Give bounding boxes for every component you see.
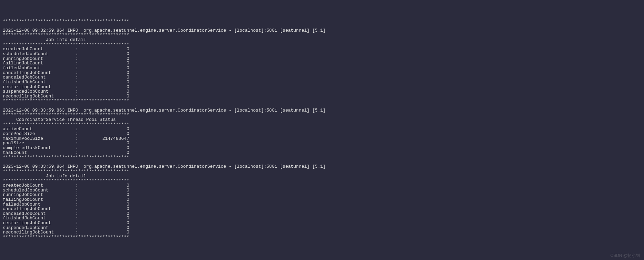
star-line: ****************************************…: [3, 235, 129, 240]
star-line: ****************************************…: [3, 155, 129, 160]
star-line: ****************************************…: [3, 19, 129, 24]
watermark-text: CSDN @韧小钊: [610, 253, 640, 258]
terminal-output: ****************************************…: [0, 19, 644, 240]
star-line: ****************************************…: [3, 98, 129, 103]
